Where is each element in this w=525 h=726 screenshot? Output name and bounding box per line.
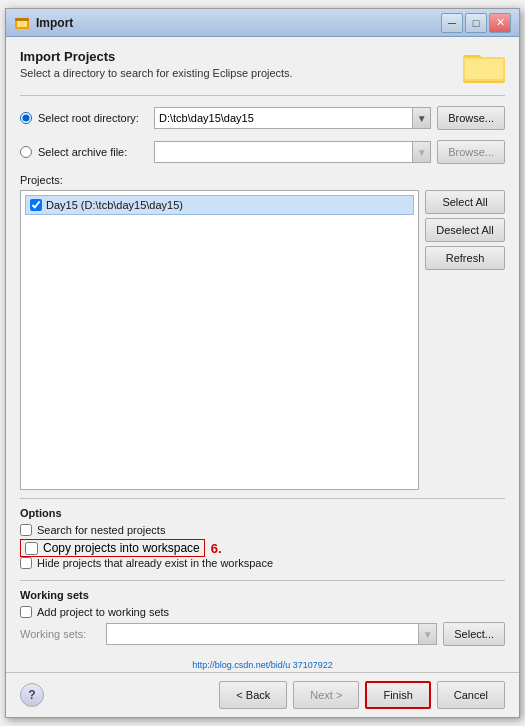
nested-projects-label: Search for nested projects bbox=[37, 524, 165, 536]
project-checkbox[interactable] bbox=[30, 199, 42, 211]
select-all-button[interactable]: Select All bbox=[425, 190, 505, 214]
footer-buttons: < Back Next > Finish Cancel bbox=[219, 681, 505, 709]
hide-projects-checkbox[interactable] bbox=[20, 557, 32, 569]
svg-rect-1 bbox=[17, 20, 27, 27]
root-directory-value: D:\tcb\day15\day15 bbox=[155, 111, 412, 125]
refresh-button[interactable]: Refresh bbox=[425, 246, 505, 270]
archive-file-row: Select archive file: ▼ Browse... bbox=[20, 140, 505, 164]
annotation-number: 6. bbox=[211, 541, 222, 556]
archive-file-combo: ▼ bbox=[154, 141, 431, 163]
title-bar-text: Import bbox=[36, 16, 441, 30]
hide-projects-row: Hide projects that already exist in the … bbox=[20, 557, 505, 569]
add-working-set-label: Add project to working sets bbox=[37, 606, 169, 618]
working-sets-value bbox=[107, 633, 418, 635]
add-working-set-row: Add project to working sets bbox=[20, 606, 505, 618]
root-directory-radio[interactable] bbox=[20, 112, 32, 124]
root-directory-arrow[interactable]: ▼ bbox=[412, 108, 430, 128]
archive-file-arrow[interactable]: ▼ bbox=[412, 142, 430, 162]
main-content: Import Projects Select a directory to se… bbox=[6, 37, 519, 658]
page-description: Select a directory to search for existin… bbox=[20, 67, 293, 79]
window: Import ─ □ ✕ Import Projects Select a di… bbox=[5, 8, 520, 718]
options-label: Options bbox=[20, 507, 505, 519]
header-separator bbox=[20, 95, 505, 96]
archive-file-value bbox=[155, 151, 412, 153]
working-sets-select-button[interactable]: Select... bbox=[443, 622, 505, 646]
nested-projects-row: Search for nested projects bbox=[20, 524, 505, 536]
next-button[interactable]: Next > bbox=[293, 681, 359, 709]
watermark-text: http://blog.csdn.net/bid/u 37107922 bbox=[192, 660, 333, 670]
header-text: Import Projects Select a directory to se… bbox=[20, 49, 293, 79]
list-item: Day15 (D:\tcb\day15\day15) bbox=[25, 195, 414, 215]
finish-button[interactable]: Finish bbox=[365, 681, 430, 709]
header-section: Import Projects Select a directory to se… bbox=[20, 49, 505, 85]
projects-container: Day15 (D:\tcb\day15\day15) Select All De… bbox=[20, 190, 505, 490]
copy-projects-wrapper: Copy projects into workspace 6. bbox=[20, 539, 505, 557]
project-name: Day15 (D:\tcb\day15\day15) bbox=[46, 199, 183, 211]
working-sets-section: Working sets Add project to working sets… bbox=[20, 580, 505, 646]
projects-label: Projects: bbox=[20, 174, 505, 186]
working-sets-label: Working sets bbox=[20, 589, 505, 601]
add-working-set-checkbox[interactable] bbox=[20, 606, 32, 618]
minimize-button[interactable]: ─ bbox=[441, 13, 463, 33]
title-bar: Import ─ □ ✕ bbox=[6, 9, 519, 37]
window-icon bbox=[14, 15, 30, 31]
cancel-button[interactable]: Cancel bbox=[437, 681, 505, 709]
folder-icon bbox=[463, 49, 505, 85]
root-browse-button[interactable]: Browse... bbox=[437, 106, 505, 130]
page-title: Import Projects bbox=[20, 49, 293, 64]
working-sets-arrow[interactable]: ▼ bbox=[418, 624, 436, 644]
working-sets-input-row: Working sets: ▼ Select... bbox=[20, 622, 505, 646]
root-directory-label: Select root directory: bbox=[38, 112, 148, 124]
projects-list[interactable]: Day15 (D:\tcb\day15\day15) bbox=[20, 190, 419, 490]
root-directory-row: Select root directory: D:\tcb\day15\day1… bbox=[20, 106, 505, 130]
deselect-all-button[interactable]: Deselect All bbox=[425, 218, 505, 242]
maximize-button[interactable]: □ bbox=[465, 13, 487, 33]
copy-projects-box: Copy projects into workspace bbox=[20, 539, 205, 557]
footer-left: ? bbox=[20, 683, 44, 707]
hide-projects-label: Hide projects that already exist in the … bbox=[37, 557, 273, 569]
help-button[interactable]: ? bbox=[20, 683, 44, 707]
working-sets-inline-label: Working sets: bbox=[20, 628, 100, 640]
working-sets-combo: ▼ bbox=[106, 623, 437, 645]
archive-file-radio[interactable] bbox=[20, 146, 32, 158]
footer: ? < Back Next > Finish Cancel bbox=[6, 672, 519, 717]
svg-rect-6 bbox=[465, 59, 503, 79]
projects-section: Projects: Day15 (D:\tcb\day15\day15) Sel… bbox=[20, 174, 505, 490]
back-button[interactable]: < Back bbox=[219, 681, 287, 709]
nested-projects-checkbox[interactable] bbox=[20, 524, 32, 536]
root-directory-combo: D:\tcb\day15\day15 ▼ bbox=[154, 107, 431, 129]
archive-file-label: Select archive file: bbox=[38, 146, 148, 158]
watermark: http://blog.csdn.net/bid/u 37107922 bbox=[6, 658, 519, 672]
close-button[interactable]: ✕ bbox=[489, 13, 511, 33]
title-bar-buttons: ─ □ ✕ bbox=[441, 13, 511, 33]
list-buttons: Select All Deselect All Refresh bbox=[425, 190, 505, 490]
copy-projects-checkbox[interactable] bbox=[25, 542, 38, 555]
archive-browse-button[interactable]: Browse... bbox=[437, 140, 505, 164]
copy-projects-label: Copy projects into workspace bbox=[43, 541, 200, 555]
svg-rect-2 bbox=[15, 18, 29, 21]
options-section: Options Search for nested projects Copy … bbox=[20, 498, 505, 572]
